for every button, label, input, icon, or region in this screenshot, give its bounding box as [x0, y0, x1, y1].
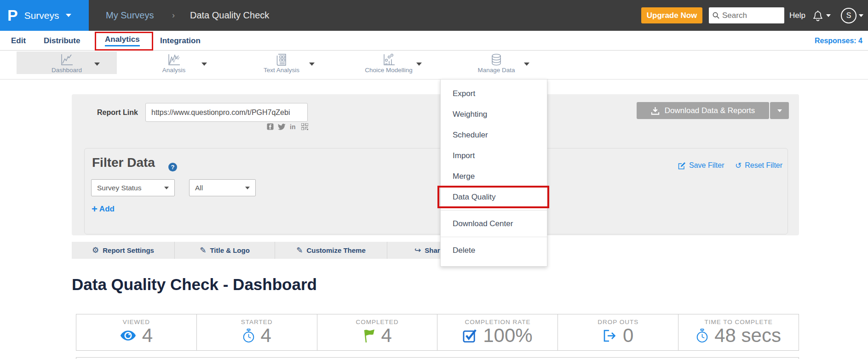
bell-icon	[812, 9, 823, 22]
chevron-down-icon	[245, 187, 250, 189]
tab-edit[interactable]: Edit	[11, 31, 26, 51]
product-switcher[interactable]: P Surveys	[0, 0, 89, 31]
menu-item-export[interactable]: Export	[441, 83, 547, 104]
checkbox-icon	[463, 329, 477, 343]
chevron-down-icon	[777, 109, 782, 112]
filter-value-select[interactable]: All	[189, 179, 256, 196]
download-icon	[651, 107, 660, 115]
bubble-chart-icon	[382, 53, 396, 67]
stat-started: STARTED 4	[197, 314, 317, 350]
toolbar-text-analysis-button[interactable]: Text Analysis	[231, 51, 332, 74]
notifications-button[interactable]	[812, 0, 831, 31]
search-icon	[713, 12, 719, 19]
share-icons-row: in	[267, 123, 308, 130]
menu-item-delete[interactable]: Delete	[441, 240, 547, 261]
chevron-down-icon	[859, 14, 863, 17]
responses-count: Responses: 4	[815, 31, 862, 51]
stat-completed: COMPLETED 4	[317, 314, 438, 350]
stopwatch-icon	[242, 329, 255, 343]
svg-text:in: in	[290, 124, 295, 130]
menu-item-data-quality[interactable]: Data Quality	[441, 187, 547, 207]
report-link-input[interactable]	[145, 103, 308, 122]
search-input[interactable]	[722, 11, 777, 20]
toolbar-manage-data-button[interactable]: Manage Data	[446, 51, 546, 74]
breadcrumb-my-surveys[interactable]: My Surveys	[106, 0, 154, 31]
analytics-toolbar: Dashboard Analysis Text Analysis	[0, 51, 868, 80]
stat-viewed: VIEWED 4	[76, 314, 197, 350]
product-menu-label: Surveys	[24, 10, 59, 21]
download-data-reports-button[interactable]: Download Data & Reports	[637, 102, 769, 119]
menu-item-download-center[interactable]: Download Center	[441, 213, 547, 234]
chevron-down-icon	[826, 14, 831, 17]
flag-icon	[362, 329, 375, 343]
twitter-icon[interactable]	[278, 124, 286, 130]
edit-icon: ✎	[200, 246, 206, 254]
avatar: S	[841, 8, 857, 23]
stat-time-to-complete: TIME TO COMPLETE 48 secs	[678, 314, 799, 350]
title-logo-button[interactable]: ✎ Title & Logo	[175, 242, 275, 259]
qr-code-icon[interactable]	[301, 123, 308, 130]
top-header: P Surveys My Surveys › Data Quality Chec…	[0, 0, 868, 31]
plus-icon: +	[92, 204, 98, 214]
help-link[interactable]: Help	[789, 0, 805, 31]
upgrade-now-button[interactable]: Upgrade Now	[641, 7, 702, 23]
reset-filter-button[interactable]: ↺ Reset Filter	[735, 161, 782, 170]
report-settings-button[interactable]: ⚙ Report Settings	[72, 242, 175, 259]
tab-analytics[interactable]: Analytics	[105, 31, 140, 51]
add-filter-button[interactable]: + Add	[92, 204, 115, 214]
chevron-down-icon	[164, 187, 169, 189]
chevron-down-icon	[94, 63, 100, 66]
newspaper-icon	[275, 53, 288, 67]
filter-data-title: Filter Data	[92, 155, 155, 170]
tab-distribute[interactable]: Distribute	[44, 31, 80, 51]
toolbar-dashboard-button[interactable]: Dashboard	[17, 51, 117, 74]
chevron-down-icon	[66, 14, 71, 17]
download-options-button[interactable]	[770, 102, 789, 119]
questionpro-analytics-page: P Surveys My Surveys › Data Quality Chec…	[0, 0, 868, 359]
global-search[interactable]	[709, 7, 784, 23]
chevron-down-icon	[524, 63, 529, 66]
reset-icon: ↺	[735, 162, 742, 170]
toolbar-analysis-button[interactable]: Analysis	[124, 51, 224, 74]
gear-icon: ⚙	[92, 246, 99, 254]
edit-icon	[678, 162, 686, 170]
toolbar-choice-modelling-button[interactable]: Choice Modelling	[339, 51, 439, 74]
manage-data-dropdown: Export Weighting Scheduler Import Merge …	[440, 79, 547, 267]
account-menu[interactable]: S	[841, 0, 863, 31]
exit-icon	[603, 329, 617, 342]
help-icon[interactable]: ?	[168, 163, 177, 171]
menu-item-merge[interactable]: Merge	[441, 166, 547, 187]
menu-item-import[interactable]: Import	[441, 145, 547, 166]
stat-completion-rate: COMPLETION RATE 100%	[437, 314, 558, 350]
questionpro-logo: P	[7, 6, 18, 24]
eye-icon	[120, 330, 136, 341]
multi-line-chart-icon	[167, 53, 181, 67]
database-icon	[489, 53, 503, 67]
stopwatch-icon	[696, 329, 708, 343]
facebook-icon[interactable]	[267, 123, 274, 130]
customize-theme-button[interactable]: ✎ Customize Theme	[275, 242, 387, 259]
menu-item-scheduler[interactable]: Scheduler	[441, 125, 547, 145]
survey-status-select[interactable]: Survey Status	[91, 179, 175, 196]
edit-icon: ✎	[296, 246, 303, 254]
page-title: Data Quality Check - Dashboard	[72, 275, 317, 294]
chevron-down-icon	[201, 63, 207, 66]
survey-tab-bar: Edit Distribute Analytics Integration Re…	[0, 31, 868, 51]
chevron-down-icon	[309, 63, 315, 66]
menu-item-weighting[interactable]: Weighting	[441, 104, 547, 125]
tab-integration[interactable]: Integration	[160, 31, 201, 51]
stat-drop-outs: DROP OUTS 0	[558, 314, 678, 350]
linkedin-icon[interactable]: in	[290, 124, 297, 130]
menu-divider	[441, 237, 547, 237]
report-link-label: Report Link	[97, 108, 138, 117]
chevron-down-icon	[416, 63, 422, 66]
survey-stats-bar: VIEWED 4 STARTED	[76, 314, 799, 351]
share-icon: ↪	[414, 246, 421, 254]
next-panel-edge	[76, 357, 799, 359]
menu-divider	[441, 210, 547, 211]
breadcrumb-separator: ›	[172, 0, 175, 31]
line-chart-icon	[60, 53, 74, 67]
breadcrumb-survey-name: Data Quality Check	[190, 0, 269, 31]
save-filter-button[interactable]: Save Filter	[678, 161, 724, 170]
